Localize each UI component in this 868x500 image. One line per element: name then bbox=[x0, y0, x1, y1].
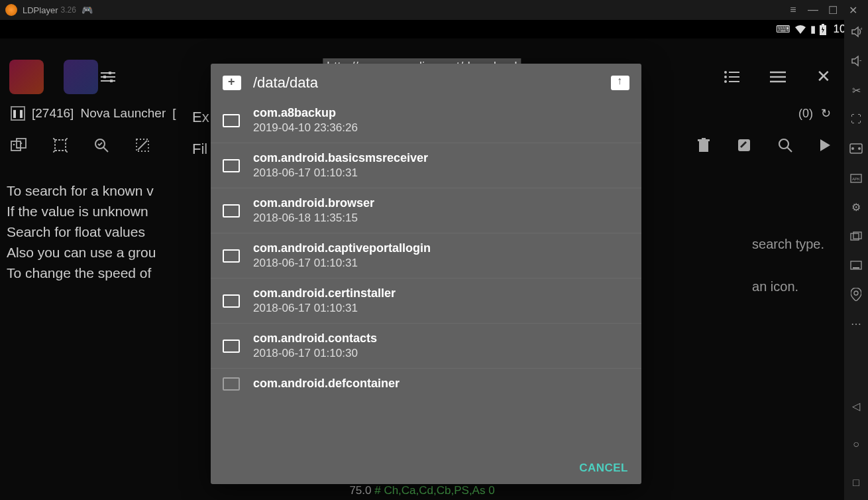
svg-point-7 bbox=[858, 147, 861, 150]
folder-name: com.android.contacts bbox=[253, 332, 377, 345]
svg-rect-41 bbox=[698, 139, 710, 141]
folder-row[interactable]: com.a8backup 2019-04-10 23:36:26 bbox=[211, 98, 641, 143]
folder-row[interactable]: com.android.captiveportallogin 2018-06-1… bbox=[211, 233, 641, 279]
play-icon[interactable] bbox=[819, 139, 831, 152]
menu-button[interactable]: ≡ bbox=[783, 0, 803, 20]
emulator-sidebar: + - ✂ ⛶ APK ⚙ ⋯ ◁ ○ □ bbox=[844, 20, 868, 500]
svg-point-21 bbox=[724, 71, 727, 74]
peek-label-2: Fil bbox=[192, 141, 207, 158]
svg-rect-20 bbox=[110, 80, 113, 82]
folder-icon bbox=[223, 294, 240, 308]
svg-rect-42 bbox=[702, 138, 706, 139]
folder-icon bbox=[223, 249, 240, 263]
result-counter: (0) bbox=[798, 107, 813, 121]
folder-icon bbox=[223, 377, 240, 391]
folder-name: com.android.browser bbox=[253, 196, 374, 210]
folder-row[interactable]: com.android.browser 2018-06-18 11:35:15 bbox=[211, 188, 641, 233]
svg-text:+: + bbox=[860, 26, 862, 32]
process-pid: [27416] bbox=[32, 106, 74, 121]
folder-row[interactable]: com.android.certinstaller 2018-06-17 01:… bbox=[211, 279, 641, 324]
maximize-button[interactable]: ☐ bbox=[823, 0, 843, 20]
folder-date: 2018-06-18 11:35:15 bbox=[253, 212, 374, 225]
dialog-footer: CANCEL bbox=[211, 452, 641, 484]
list-icon[interactable] bbox=[724, 70, 739, 84]
back-button[interactable]: ◁ bbox=[848, 398, 864, 414]
svg-rect-18 bbox=[109, 72, 111, 74]
folder-date: 2018-06-17 01:10:30 bbox=[253, 347, 377, 360]
folder-name: com.android.certinstaller bbox=[253, 286, 396, 300]
search-check-icon[interactable] bbox=[94, 138, 109, 153]
volume-up-button[interactable]: + bbox=[848, 24, 864, 40]
process-name: Nova Launcher bbox=[80, 106, 166, 121]
file-picker-dialog: /data/data com.a8backup 2019-04-10 23:36… bbox=[211, 64, 641, 484]
svg-rect-30 bbox=[11, 141, 21, 151]
minimize-button[interactable]: — bbox=[803, 0, 823, 20]
svg-point-23 bbox=[724, 76, 727, 78]
wifi-icon bbox=[794, 25, 806, 34]
emulator-titlebar: LDPlayer 3.26 🎮 ≡ — ☐ ✕ bbox=[0, 0, 868, 20]
peek-label-1: Ex bbox=[192, 109, 209, 126]
recents-button[interactable]: □ bbox=[848, 475, 864, 491]
process-bar[interactable]: ❚❚ [27416] Nova Launcher [ bbox=[11, 106, 176, 121]
cancel-button[interactable]: CANCEL bbox=[579, 462, 628, 475]
folder-icon bbox=[223, 340, 240, 353]
svg-point-34 bbox=[21, 143, 23, 145]
main-area: http://gameguardian.net/download ✕ ❚❚ [2… bbox=[0, 38, 844, 500]
dice-icon[interactable] bbox=[11, 138, 27, 153]
trash-icon[interactable] bbox=[697, 138, 710, 153]
home-button[interactable]: ○ bbox=[848, 436, 864, 452]
search-icon[interactable] bbox=[778, 138, 792, 153]
svg-point-25 bbox=[724, 80, 727, 83]
refresh-icon[interactable]: ↻ bbox=[821, 106, 831, 121]
emulator-name: LDPlayer bbox=[23, 5, 58, 15]
crop-icon[interactable] bbox=[53, 138, 68, 153]
svg-point-14 bbox=[854, 291, 858, 295]
app-icon[interactable] bbox=[64, 60, 98, 94]
bottom-number: 75.0 bbox=[349, 484, 371, 497]
location-icon[interactable] bbox=[848, 286, 864, 302]
svg-line-45 bbox=[787, 147, 792, 152]
new-folder-button[interactable] bbox=[223, 76, 241, 90]
sliders-icon[interactable] bbox=[99, 70, 117, 84]
fullscreen-icon[interactable]: ⛶ bbox=[848, 111, 864, 127]
svg-rect-40 bbox=[699, 141, 708, 152]
folder-date: 2019-04-10 23:36:26 bbox=[253, 121, 358, 135]
folder-name: com.android.captiveportallogin bbox=[253, 241, 431, 255]
home-screen-icons bbox=[9, 60, 98, 94]
screenshot-icon[interactable] bbox=[848, 257, 864, 273]
edit-icon[interactable] bbox=[737, 138, 751, 153]
svg-point-33 bbox=[17, 147, 19, 149]
close-button[interactable]: ✕ bbox=[843, 0, 863, 20]
folder-row[interactable]: com.android.basicsmsreceiver 2018-06-17 … bbox=[211, 143, 641, 188]
multi-instance-icon[interactable] bbox=[848, 228, 864, 244]
bottom-status: 75.0 # Ch,Ca,Cd,Cb,PS,As 0 bbox=[349, 484, 494, 497]
svg-text:APK: APK bbox=[852, 177, 860, 181]
folder-row[interactable]: com.android.contacts 2018-06-17 01:10:30 bbox=[211, 324, 641, 369]
volume-down-button[interactable]: - bbox=[848, 53, 864, 69]
pause-icon[interactable]: ❚❚ bbox=[11, 106, 25, 121]
apk-install-icon[interactable]: APK bbox=[848, 170, 864, 186]
settings-icon[interactable]: ⚙ bbox=[848, 199, 864, 215]
app-icon[interactable] bbox=[9, 60, 44, 94]
current-path: /data/data bbox=[253, 74, 318, 92]
folder-date: 2018-06-17 01:10:31 bbox=[253, 302, 396, 315]
more-icon[interactable]: ⋯ bbox=[848, 316, 864, 332]
folder-up-button[interactable] bbox=[611, 76, 629, 90]
folder-row[interactable]: com.android.defcontainer bbox=[211, 369, 641, 399]
svg-line-39 bbox=[138, 141, 147, 150]
folder-name: com.a8backup bbox=[253, 106, 358, 120]
folder-icon bbox=[223, 114, 240, 127]
process-right: (0) ↻ bbox=[798, 106, 831, 121]
svg-rect-35 bbox=[55, 140, 66, 151]
folder-name: com.android.basicsmsreceiver bbox=[253, 151, 428, 165]
keyboard-map-icon[interactable] bbox=[848, 141, 864, 156]
close-icon[interactable]: ✕ bbox=[816, 66, 831, 87]
dialog-header: /data/data bbox=[211, 64, 641, 98]
folder-date: 2018-06-17 01:10:31 bbox=[253, 257, 431, 270]
folder-list[interactable]: com.a8backup 2019-04-10 23:36:26 com.and… bbox=[211, 98, 641, 452]
svg-line-37 bbox=[103, 147, 108, 152]
scissors-icon[interactable]: ✂ bbox=[848, 82, 864, 98]
select-dashed-icon[interactable] bbox=[135, 138, 150, 153]
hamburger-icon[interactable] bbox=[770, 71, 786, 83]
controller-icon: 🎮 bbox=[81, 5, 93, 15]
